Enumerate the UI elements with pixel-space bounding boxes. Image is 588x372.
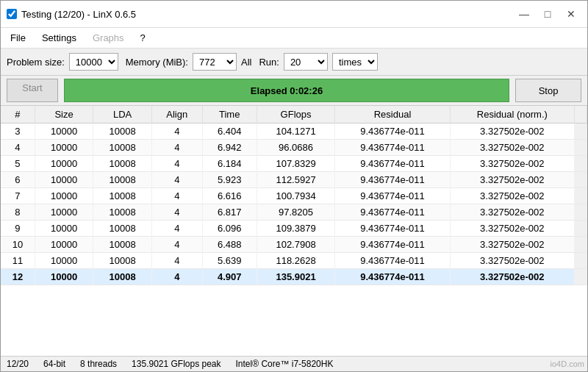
table-cell: 3.327502e-002 bbox=[450, 156, 574, 172]
table-cell: 3 bbox=[1, 124, 35, 140]
col-header-residual: Residual bbox=[335, 106, 450, 124]
table-cell: 3.327502e-002 bbox=[450, 237, 574, 253]
problem-size-label: Problem size: bbox=[7, 57, 65, 68]
table-cell: 9.436774e-011 bbox=[335, 253, 450, 269]
table-cell: 5.923 bbox=[202, 172, 257, 188]
table-cell: 9.436774e-011 bbox=[335, 237, 450, 253]
table-cell: 4 bbox=[151, 269, 202, 285]
scrollbar-spacer-cell bbox=[575, 172, 587, 188]
table-cell: 10000 bbox=[35, 204, 93, 221]
table-cell: 9.436774e-011 bbox=[335, 204, 450, 221]
menu-graphs: Graphs bbox=[86, 29, 131, 46]
table-row: 4100001000846.94296.06869.436774e-0113.3… bbox=[1, 140, 587, 156]
table-cell: 4 bbox=[151, 204, 202, 221]
minimize-button[interactable]: — bbox=[514, 5, 534, 23]
status-peak: 135.9021 GFlops peak bbox=[132, 359, 220, 369]
table-cell: 96.0686 bbox=[257, 140, 335, 156]
scrollbar-spacer-cell bbox=[575, 156, 587, 172]
table-cell: 6.817 bbox=[202, 204, 257, 221]
table-cell: 6 bbox=[1, 172, 35, 188]
stop-button[interactable]: Stop bbox=[515, 79, 581, 102]
table-cell: 11 bbox=[1, 253, 35, 269]
col-header-gflops: GFlops bbox=[257, 106, 335, 124]
col-header-size: Size bbox=[35, 106, 93, 124]
table-cell: 10008 bbox=[93, 140, 152, 156]
table-cell: 97.8205 bbox=[257, 204, 335, 221]
table-cell: 9.436774e-011 bbox=[335, 172, 450, 188]
scrollbar-spacer-cell bbox=[575, 188, 587, 204]
table-cell: 6.096 bbox=[202, 221, 257, 237]
table-cell: 3.327502e-002 bbox=[450, 188, 574, 204]
run-unit-select[interactable]: times bbox=[332, 53, 378, 71]
table-cell: 10008 bbox=[93, 156, 152, 172]
run-label: Run: bbox=[259, 57, 279, 68]
problem-size-select[interactable]: 10000 bbox=[69, 53, 118, 71]
table-cell: 10000 bbox=[35, 124, 93, 140]
scrollbar-spacer-cell bbox=[575, 204, 587, 221]
table-cell: 10008 bbox=[93, 172, 152, 188]
main-window: Testing (12/20) - LinX 0.6.5 — □ ✕ File … bbox=[0, 0, 588, 372]
col-header-align: Align bbox=[151, 106, 202, 124]
table-cell: 4 bbox=[151, 221, 202, 237]
table-cell: 102.7908 bbox=[257, 237, 335, 253]
table-cell: 9.436774e-011 bbox=[335, 188, 450, 204]
col-header-residual-norm: Residual (norm.) bbox=[450, 106, 574, 124]
menu-help[interactable]: ? bbox=[134, 29, 152, 46]
table-cell: 10008 bbox=[93, 237, 152, 253]
status-threads: 8 threads bbox=[80, 359, 117, 369]
table-cell: 3.327502e-002 bbox=[450, 204, 574, 221]
memory-select[interactable]: 772 bbox=[193, 53, 237, 71]
table-row: 6100001000845.923112.59279.436774e-0113.… bbox=[1, 172, 587, 188]
title-bar: Testing (12/20) - LinX 0.6.5 — □ ✕ bbox=[1, 1, 587, 28]
results-table: # Size LDA Align Time GFlops Residual Re… bbox=[1, 106, 587, 285]
table-cell: 7 bbox=[1, 188, 35, 204]
table-cell: 9.436774e-011 bbox=[335, 124, 450, 140]
table-cell: 3.327502e-002 bbox=[450, 124, 574, 140]
table-cell: 5.639 bbox=[202, 253, 257, 269]
memory-label: Memory (MiB): bbox=[126, 57, 188, 68]
results-table-container: # Size LDA Align Time GFlops Residual Re… bbox=[1, 106, 587, 356]
table-cell: 8 bbox=[1, 204, 35, 221]
table-cell: 6.404 bbox=[202, 124, 257, 140]
table-row: 11100001000845.639118.26289.436774e-0113… bbox=[1, 253, 587, 269]
window-controls: — □ ✕ bbox=[514, 5, 581, 23]
table-cell: 10008 bbox=[93, 269, 152, 285]
table-row: 8100001000846.81797.82059.436774e-0113.3… bbox=[1, 204, 587, 221]
table-row: 7100001000846.616100.79349.436774e-0113.… bbox=[1, 188, 587, 204]
table-cell: 3.327502e-002 bbox=[450, 221, 574, 237]
table-cell: 9.436774e-011 bbox=[335, 221, 450, 237]
maximize-button[interactable]: □ bbox=[537, 5, 558, 23]
table-cell: 135.9021 bbox=[257, 269, 335, 285]
scrollbar-spacer bbox=[575, 106, 587, 124]
menu-settings[interactable]: Settings bbox=[35, 29, 83, 46]
scrollbar-spacer-cell bbox=[575, 140, 587, 156]
table-cell: 10000 bbox=[35, 156, 93, 172]
table-cell: 10008 bbox=[93, 124, 152, 140]
status-bits: 64-bit bbox=[43, 359, 65, 369]
close-button[interactable]: ✕ bbox=[561, 5, 581, 23]
table-cell: 12 bbox=[1, 269, 35, 285]
col-header-lda: LDA bbox=[93, 106, 152, 124]
status-progress: 12/20 bbox=[7, 359, 29, 369]
table-header-row: # Size LDA Align Time GFlops Residual Re… bbox=[1, 106, 587, 124]
table-cell: 6.184 bbox=[202, 156, 257, 172]
table-cell: 10000 bbox=[35, 269, 93, 285]
run-select[interactable]: 20 bbox=[284, 53, 328, 71]
table-cell: 10 bbox=[1, 237, 35, 253]
menu-bar: File Settings Graphs ? bbox=[1, 28, 587, 49]
problem-size-group: Problem size: 10000 bbox=[7, 53, 118, 71]
menu-file[interactable]: File bbox=[4, 29, 32, 46]
table-row: 3100001000846.404104.12719.436774e-0113.… bbox=[1, 124, 587, 140]
progress-bar: Elapsed 0:02:26 bbox=[64, 79, 509, 102]
table-cell: 4 bbox=[151, 172, 202, 188]
table-row: 9100001000846.096109.38799.436774e-0113.… bbox=[1, 221, 587, 237]
table-cell: 4 bbox=[151, 156, 202, 172]
memory-group: Memory (MiB): 772 All bbox=[126, 53, 252, 71]
table-cell: 4.907 bbox=[202, 269, 257, 285]
toolbar: Problem size: 10000 Memory (MiB): 772 Al… bbox=[1, 49, 587, 76]
table-cell: 10000 bbox=[35, 188, 93, 204]
scrollbar-spacer-cell bbox=[575, 124, 587, 140]
table-cell: 10000 bbox=[35, 253, 93, 269]
scrollbar-spacer-cell bbox=[575, 237, 587, 253]
title-checkbox[interactable] bbox=[7, 9, 17, 19]
